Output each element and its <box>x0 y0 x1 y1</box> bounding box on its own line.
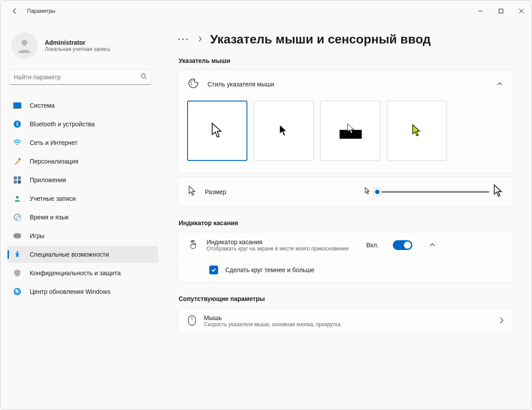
svg-point-16 <box>16 196 19 199</box>
svg-point-24 <box>191 82 192 83</box>
touch-toggle[interactable] <box>393 240 412 250</box>
brush-icon <box>13 157 22 166</box>
section-related-title: Сопутствующие параметры <box>179 295 514 302</box>
pointer-style-black[interactable] <box>254 101 314 161</box>
sidebar-item-system[interactable]: Система <box>8 97 158 114</box>
chevron-right-icon <box>499 317 504 325</box>
account-block[interactable]: Administrator Локальная учетная запись <box>0 29 160 70</box>
pointer-style-title: Стиль указателя мыши <box>207 81 274 88</box>
account-name: Administrator <box>45 39 110 46</box>
close-button[interactable] <box>511 4 532 18</box>
slider-thumb[interactable] <box>373 188 381 196</box>
system-icon <box>13 101 22 110</box>
account-subtitle: Локальная учетная запись <box>45 46 110 52</box>
minimize-button[interactable] <box>470 4 491 18</box>
page-title: Указатель мыши и сенсорный ввод <box>210 32 431 47</box>
collapse-button[interactable] <box>429 242 436 249</box>
touch-icon <box>188 240 198 251</box>
svg-rect-7 <box>13 102 21 108</box>
section-touch-title: Индикатор касания <box>179 219 514 226</box>
svg-point-21 <box>19 235 20 236</box>
related-mouse-subtitle: Скорость указателя мыши, основная кнопка… <box>204 321 340 328</box>
sidebar-item-label: Центр обновления Windows <box>30 288 110 295</box>
accessibility-icon <box>13 250 22 259</box>
cursor-large-icon <box>493 184 504 199</box>
clock-globe-icon <box>13 213 22 222</box>
sidebar-item-accounts[interactable]: Учетные записи <box>8 190 158 207</box>
back-button[interactable] <box>6 2 23 20</box>
svg-point-5 <box>141 74 145 78</box>
darker-circle-checkbox[interactable] <box>209 266 218 274</box>
person-icon <box>13 194 22 203</box>
checkbox-label: Сделать круг темнее и больше <box>225 266 314 273</box>
svg-rect-19 <box>13 233 21 238</box>
search-icon <box>141 73 147 81</box>
titlebar: Параметры <box>0 0 532 22</box>
apps-icon <box>13 176 22 184</box>
chevron-right-icon <box>198 36 202 43</box>
sidebar-item-privacy[interactable]: Конфиденциальность и защита <box>8 265 158 281</box>
shield-icon <box>13 269 22 277</box>
breadcrumb-more[interactable]: ··· <box>178 35 190 44</box>
sidebar-item-label: Bluetooth и устройства <box>30 121 95 128</box>
section-pointer-title: Указатель мыши <box>179 57 514 64</box>
pointer-style-card: Стиль указателя мыши <box>178 70 514 174</box>
svg-point-26 <box>194 80 195 81</box>
size-label: Размер <box>205 188 226 195</box>
main-content: ··· Указатель мыши и сенсорный ввод Указ… <box>160 22 532 410</box>
svg-rect-8 <box>13 108 21 109</box>
touch-indicator-card: Индикатор касания Отображать круг на экр… <box>178 232 514 283</box>
sidebar-item-label: Учетные записи <box>30 195 76 202</box>
collapse-button[interactable] <box>497 81 504 88</box>
sidebar: Administrator Локальная учетная запись С… <box>0 22 160 410</box>
sidebar-item-gaming[interactable]: Игры <box>8 227 158 244</box>
related-mouse-title: Мышь <box>204 314 340 321</box>
sidebar-item-personalization[interactable]: Персонализация <box>8 153 158 170</box>
search-input[interactable] <box>14 74 141 81</box>
sidebar-item-label: Приложения <box>30 176 66 184</box>
svg-rect-29 <box>188 316 196 325</box>
pointer-style-custom[interactable] <box>387 101 447 161</box>
pointer-style-inverted[interactable] <box>320 101 380 161</box>
svg-point-25 <box>192 80 192 81</box>
window-title: Параметры <box>27 8 55 14</box>
size-slider[interactable] <box>374 191 489 193</box>
svg-rect-11 <box>18 158 21 160</box>
search-box[interactable] <box>9 70 151 85</box>
mouse-icon <box>188 315 196 327</box>
sidebar-item-time-language[interactable]: Время и язык <box>8 209 158 226</box>
pointer-icon <box>188 185 197 198</box>
svg-point-10 <box>17 144 18 145</box>
svg-point-27 <box>191 84 192 85</box>
svg-point-20 <box>15 235 16 236</box>
sidebar-item-windows-update[interactable]: Центр обновления Windows <box>8 283 158 300</box>
bluetooth-icon <box>13 120 22 129</box>
wifi-icon <box>13 138 22 147</box>
svg-rect-1 <box>499 9 503 13</box>
size-card: Размер <box>178 176 514 207</box>
related-mouse-card[interactable]: Мышь Скорость указателя мыши, основная к… <box>178 308 514 334</box>
palette-icon <box>188 78 199 90</box>
svg-point-4 <box>21 40 27 46</box>
sidebar-item-apps[interactable]: Приложения <box>8 172 158 188</box>
sidebar-item-accessibility[interactable]: Специальные возможности <box>8 246 158 263</box>
svg-rect-13 <box>18 176 21 180</box>
pointer-style-white[interactable] <box>187 101 247 161</box>
touch-subtitle: Отображать круг на экране в месте моего … <box>207 246 348 252</box>
sidebar-item-label: Время и язык <box>30 214 69 221</box>
toggle-state-label: Вкл. <box>366 242 379 249</box>
sidebar-item-label: Специальные возможности <box>30 251 109 258</box>
svg-rect-14 <box>14 180 17 184</box>
sidebar-item-bluetooth[interactable]: Bluetooth и устройства <box>8 116 158 133</box>
gamepad-icon <box>13 231 22 240</box>
avatar <box>11 32 38 59</box>
sidebar-item-network[interactable]: Сеть и Интернет <box>8 134 158 151</box>
sidebar-item-label: Игры <box>30 232 44 239</box>
cursor-small-icon <box>364 187 371 196</box>
update-icon <box>13 287 22 296</box>
maximize-button[interactable] <box>491 4 511 18</box>
sidebar-item-label: Система <box>30 102 55 109</box>
svg-rect-15 <box>18 180 21 184</box>
sidebar-item-label: Персонализация <box>30 158 78 165</box>
svg-rect-12 <box>14 176 17 180</box>
